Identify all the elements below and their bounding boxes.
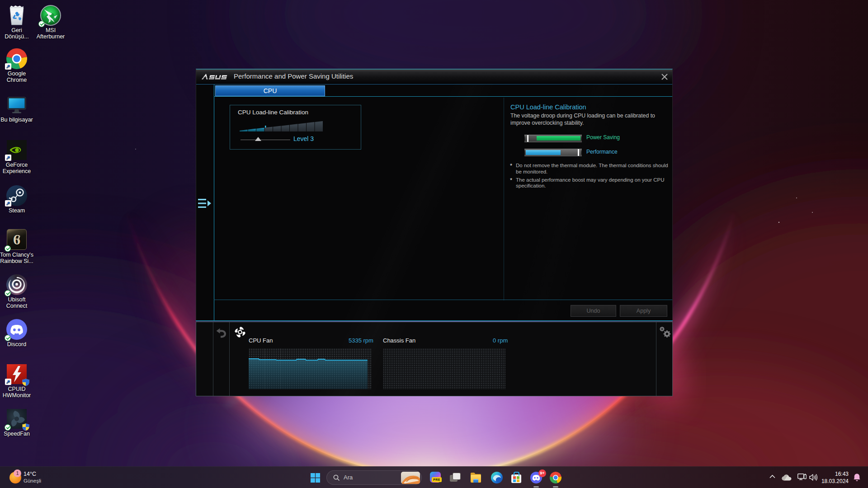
svg-text:6: 6 [13, 231, 20, 248]
